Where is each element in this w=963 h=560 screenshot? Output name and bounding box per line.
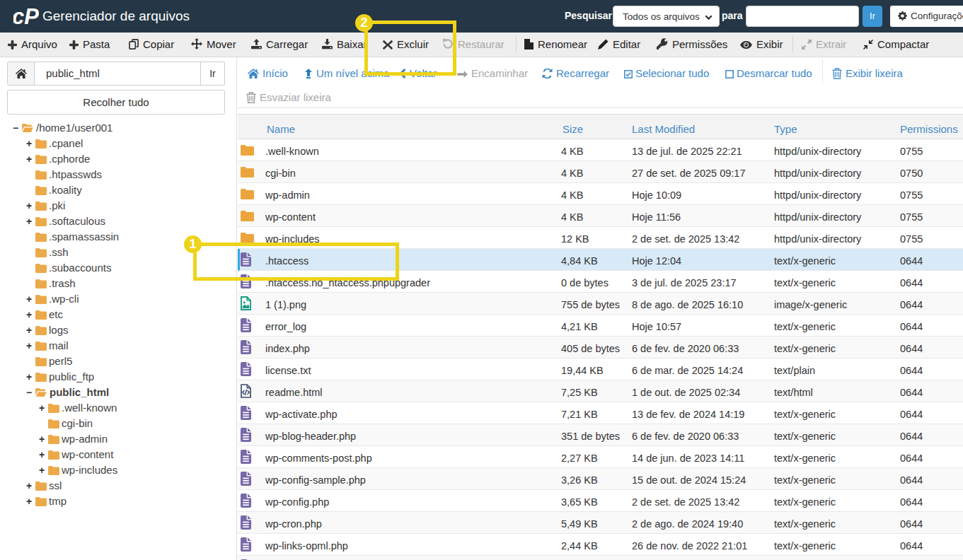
svg-text:cP: cP <box>13 4 39 28</box>
